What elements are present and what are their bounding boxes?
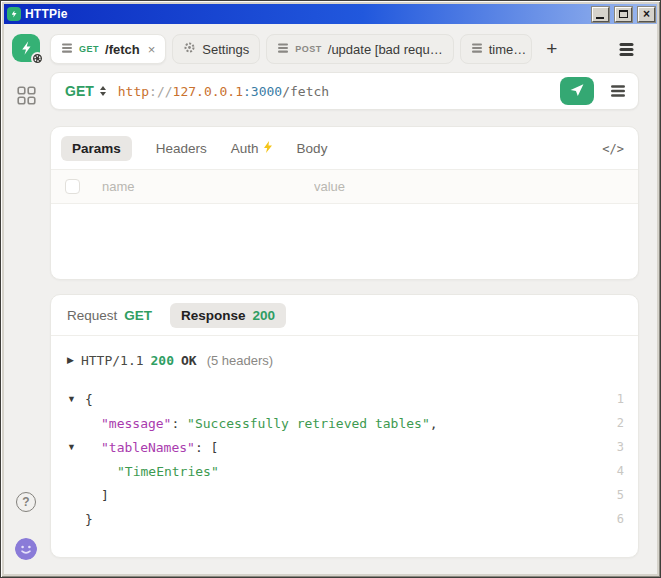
fold-open-icon[interactable]: ▼ bbox=[67, 394, 85, 404]
window-title: HTTPie bbox=[25, 7, 586, 21]
gear-icon bbox=[183, 41, 196, 57]
json-key: "message" bbox=[101, 416, 171, 431]
help-button[interactable]: ? bbox=[16, 492, 36, 512]
titlebar: HTTPie × bbox=[4, 4, 657, 24]
tab-method: POST bbox=[295, 44, 322, 54]
account-avatar[interactable] bbox=[15, 538, 37, 560]
response-body-line: "message": "Successfully retrieved table… bbox=[67, 411, 624, 435]
paper-plane-icon bbox=[569, 82, 585, 101]
request-method: GET bbox=[124, 308, 152, 323]
json-token: [ bbox=[211, 440, 219, 455]
collapse-arrow-icon[interactable]: ▶ bbox=[67, 356, 74, 365]
line-number: 3 bbox=[606, 440, 624, 454]
status-code: 200 bbox=[151, 353, 174, 368]
line-number: 6 bbox=[606, 512, 624, 526]
tab-auth[interactable]: Auth bbox=[231, 136, 273, 161]
maximize-button[interactable] bbox=[615, 7, 632, 22]
close-button[interactable]: × bbox=[638, 7, 655, 22]
method-label: GET bbox=[65, 83, 94, 99]
maximize-icon bbox=[619, 10, 628, 18]
response-body-line: ▼ "tableNames": [ 3 bbox=[67, 435, 624, 459]
json-string: "Successfully retrieved tables" bbox=[187, 416, 430, 431]
response-status-line[interactable]: ▶ HTTP/1.1 200 OK (5 headers) bbox=[67, 353, 624, 368]
response-body-json: ▼ { 1 "message": "Successfully retrieved… bbox=[67, 387, 624, 531]
response-body-line: ▼ { 1 bbox=[67, 387, 624, 411]
json-string: "TimeEntries" bbox=[117, 464, 219, 479]
json-token: } bbox=[85, 512, 93, 527]
collections-layers-icon[interactable] bbox=[613, 36, 639, 62]
headers-count: (5 headers) bbox=[207, 353, 273, 368]
minimize-icon bbox=[596, 17, 604, 19]
request-label: Request bbox=[67, 308, 117, 323]
tab-auth-label: Auth bbox=[231, 141, 259, 156]
url-bar: GET http://127.0.0.1:3000/fetch bbox=[50, 72, 639, 110]
tab-path: /fetch bbox=[105, 42, 140, 57]
status-reason: OK bbox=[181, 353, 197, 368]
tab-label: time… bbox=[489, 42, 527, 57]
json-comma: , bbox=[430, 416, 438, 431]
divider bbox=[51, 335, 638, 336]
url-host: 127.0.0.1 bbox=[173, 84, 243, 99]
json-key: "tableNames" bbox=[101, 440, 195, 455]
url-separator: :// bbox=[149, 84, 172, 99]
status-protocol: HTTP/1.1 bbox=[81, 353, 144, 368]
response-status-badge: 200 bbox=[253, 308, 276, 323]
line-number: 1 bbox=[606, 392, 624, 406]
line-number: 5 bbox=[606, 488, 624, 502]
httpie-logo bbox=[12, 34, 40, 62]
json-colon: : bbox=[195, 440, 211, 455]
updown-arrows-icon bbox=[100, 86, 106, 96]
httpie-window: HTTPie × ? bbox=[0, 0, 661, 578]
new-tab-button[interactable]: + bbox=[538, 35, 566, 63]
response-body-line: } 6 bbox=[67, 507, 624, 531]
tab-get-fetch[interactable]: GET /fetch × bbox=[50, 34, 166, 64]
main-area: GET /fetch × Settings POST /update [bad … bbox=[48, 24, 657, 574]
send-button[interactable] bbox=[560, 77, 594, 105]
method-selector[interactable]: GET bbox=[65, 83, 106, 99]
fold-open-icon[interactable]: ▼ bbox=[67, 442, 85, 452]
request-stack-icon bbox=[61, 42, 73, 57]
app-body: ? GET /fetch × bbox=[4, 24, 657, 574]
gear-badge-icon bbox=[31, 52, 44, 65]
param-name-input[interactable] bbox=[102, 179, 292, 194]
tab-post-update[interactable]: POST /update [bad requ… bbox=[266, 34, 453, 64]
tab-path: /update [bad requ… bbox=[328, 42, 443, 57]
json-token: ] bbox=[101, 488, 109, 503]
tab-body[interactable]: Body bbox=[297, 136, 328, 161]
code-icon[interactable]: </> bbox=[602, 142, 624, 156]
httpie-window-icon bbox=[7, 7, 21, 21]
tab-headers[interactable]: Headers bbox=[156, 136, 207, 161]
tab-close-icon[interactable]: × bbox=[148, 43, 156, 56]
help-icon: ? bbox=[22, 495, 29, 509]
tab-method: GET bbox=[79, 44, 99, 54]
url-path: /fetch bbox=[282, 84, 329, 99]
minimize-button[interactable] bbox=[592, 7, 609, 22]
json-colon: : bbox=[171, 416, 187, 431]
tab-label: Settings bbox=[202, 42, 249, 57]
response-label: Response bbox=[181, 308, 246, 323]
close-icon: × bbox=[643, 8, 650, 20]
tab-settings[interactable]: Settings bbox=[172, 34, 260, 64]
tab-response[interactable]: Response 200 bbox=[170, 303, 286, 328]
tab-time[interactable]: time… bbox=[460, 34, 532, 64]
response-tabs: Request GET Response 200 bbox=[51, 295, 638, 335]
response-body-line: "TimeEntries" 4 bbox=[67, 459, 624, 483]
environment-stack-icon[interactable] bbox=[606, 79, 630, 103]
param-row bbox=[51, 170, 638, 204]
param-value-input[interactable] bbox=[314, 179, 624, 194]
tab-request[interactable]: Request GET bbox=[67, 303, 152, 328]
line-number: 4 bbox=[606, 464, 624, 478]
tab-strip: GET /fetch × Settings POST /update [bad … bbox=[50, 32, 639, 66]
param-checkbox[interactable] bbox=[65, 179, 80, 194]
request-editor-card: Params Headers Auth Body </> bbox=[50, 126, 639, 280]
url-input[interactable]: http://127.0.0.1:3000/fetch bbox=[118, 84, 548, 99]
json-token: { bbox=[85, 392, 93, 407]
line-number: 2 bbox=[606, 416, 624, 430]
tab-params[interactable]: Params bbox=[61, 136, 132, 161]
url-scheme: http bbox=[118, 84, 149, 99]
workspace-grid-icon[interactable] bbox=[17, 86, 36, 109]
lightning-icon bbox=[263, 141, 273, 156]
url-port: :3000 bbox=[243, 84, 282, 99]
response-card: Request GET Response 200 ▶ HTTP/1.1 200 … bbox=[50, 294, 639, 558]
response-body-line: ] 5 bbox=[67, 483, 624, 507]
